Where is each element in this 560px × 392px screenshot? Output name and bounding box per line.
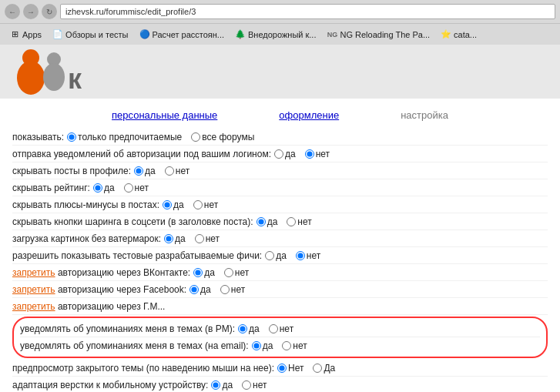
- radio-option: нет: [124, 183, 149, 193]
- logo-container: к: [9, 49, 109, 95]
- row-partial: запретить авторизацию через Г.М...: [12, 298, 548, 315]
- row-hide-posts: скрывать посты в профиле: да нет: [12, 162, 548, 179]
- logo-area: к: [0, 45, 560, 99]
- bookmarks-bar: ⊞ Apps 📄 Обзоры и тесты 🔵 Расчет расстоя…: [0, 23, 560, 45]
- radio-topic-no[interactable]: [277, 364, 287, 373]
- radio-option: нет: [242, 380, 267, 390]
- label-notify-email: уведомлять об упоминаниях меня в темах (…: [20, 340, 249, 351]
- refresh-button[interactable]: ↻: [42, 4, 57, 19]
- radio-option: да: [93, 183, 115, 193]
- radio-option: да: [274, 149, 296, 159]
- radio-notify-pm-yes[interactable]: [238, 324, 247, 333]
- radio-option: да: [164, 233, 186, 244]
- radio-fb-yes[interactable]: [189, 285, 199, 294]
- nav-bar: ← → ↻: [0, 0, 560, 23]
- bookmark-reviews[interactable]: 📄 Обзоры и тесты: [48, 28, 132, 42]
- address-bar[interactable]: [60, 4, 555, 19]
- svg-text:к: к: [68, 63, 82, 95]
- radio-test-yes[interactable]: [265, 251, 274, 260]
- settings-container: показывать: только предпочитаемые все фо…: [12, 129, 548, 392]
- circle-icon: 🔵: [139, 29, 150, 40]
- radio-option: да: [163, 199, 184, 210]
- radio-mobile-yes[interactable]: [211, 380, 220, 390]
- bookmark-apps[interactable]: ⊞ Apps: [5, 28, 46, 42]
- radio-watermark-no[interactable]: [195, 234, 204, 243]
- radio-option: Да: [313, 363, 335, 374]
- apps-grid-icon: ⊞: [9, 29, 20, 40]
- tree-icon: 🌲: [235, 29, 246, 40]
- radio-hide-posts-yes[interactable]: [134, 166, 143, 176]
- radio-test-features: да нет: [265, 250, 327, 261]
- radio-option: нет: [305, 149, 330, 159]
- radio-option: да: [211, 380, 233, 390]
- page-content: к персональные данные оформление настрой…: [0, 45, 560, 392]
- radio-test-no[interactable]: [296, 251, 305, 260]
- radio-notify-email-yes[interactable]: [252, 341, 261, 350]
- radio-hide-plusminus: да нет: [163, 199, 224, 210]
- site-logo: к: [9, 49, 109, 95]
- radio-sharing-yes[interactable]: [257, 217, 266, 226]
- radio-vk-no[interactable]: [224, 268, 233, 277]
- radio-option: Нет: [277, 363, 303, 374]
- radio-notify-auth-yes[interactable]: [274, 149, 283, 159]
- radio-option: нет: [224, 267, 249, 278]
- bookmark-reloading[interactable]: NG NG Reloading The Pa...: [322, 28, 434, 42]
- radio-vk-auth: да нет: [193, 267, 255, 278]
- row-show: показывать: только предпочитаемые все фо…: [12, 129, 548, 146]
- radio-all-forums[interactable]: [191, 132, 200, 142]
- label-partial-prefix[interactable]: запретить: [12, 301, 55, 312]
- radio-option: нет: [296, 250, 320, 261]
- radio-option: да: [189, 284, 211, 295]
- radio-notify-email-no[interactable]: [282, 341, 291, 350]
- radio-notify-auth-no[interactable]: [305, 149, 314, 159]
- radio-notify-pm-no[interactable]: [269, 324, 278, 333]
- label-vk-auth-prefix[interactable]: запретить: [12, 267, 55, 278]
- radio-option: все форумы: [191, 132, 254, 142]
- back-button[interactable]: ←: [5, 4, 20, 19]
- svg-point-1: [17, 61, 45, 95]
- bookmark-cata[interactable]: ⭐ cata...: [436, 28, 481, 42]
- radio-notify-email: да нет: [252, 340, 314, 351]
- radio-hide-rating-no[interactable]: [124, 183, 133, 193]
- radio-vk-yes[interactable]: [193, 268, 203, 277]
- radio-plusminus-yes[interactable]: [163, 200, 172, 209]
- row-notify-pm: уведомлять об упоминаниях меня в темах (…: [20, 320, 540, 337]
- bookmark-distance[interactable]: 🔵 Расчет расстоян...: [135, 28, 230, 42]
- bookmark-offroad[interactable]: 🌲 Внедорожный к...: [230, 28, 320, 42]
- label-watermark: загрузка картинок без ватермарок:: [12, 233, 161, 244]
- radio-notify-auth: да нет: [274, 149, 336, 159]
- forward-button[interactable]: →: [23, 4, 39, 19]
- doc-icon: 📄: [52, 29, 63, 40]
- radio-plusminus-no[interactable]: [193, 200, 203, 209]
- tab-personal[interactable]: персональные данные: [112, 109, 217, 121]
- radio-option: только предпочитаемые: [67, 132, 182, 142]
- radio-topic-yes[interactable]: [313, 364, 322, 373]
- main-content: персональные данные оформление настройка…: [0, 99, 560, 392]
- label-show: показывать:: [12, 132, 64, 142]
- tab-design[interactable]: оформление: [279, 109, 339, 121]
- label-test-features: разрешить показывать тестовые разрабатыв…: [12, 250, 262, 261]
- radio-option: да: [252, 340, 273, 351]
- label-fb-auth-prefix[interactable]: запретить: [12, 284, 55, 295]
- radio-option: да: [193, 267, 215, 278]
- label-vk-auth: авторизацию через ВКонтакте:: [55, 267, 191, 278]
- label-mobile: адаптация верстки к мобильному устройств…: [12, 380, 208, 390]
- svg-point-3: [43, 63, 65, 91]
- radio-hide-rating-yes[interactable]: [93, 183, 102, 193]
- label-hide-posts: скрывать посты в профиле:: [12, 166, 131, 176]
- radio-mobile-no[interactable]: [242, 380, 251, 390]
- label-partial: авторизацию через Г.М...: [55, 301, 166, 312]
- radio-sharing-no[interactable]: [287, 217, 296, 226]
- browser-chrome: ← → ↻ ⊞ Apps 📄 Обзоры и тесты 🔵 Расчет р…: [0, 0, 560, 45]
- radio-only-preferred[interactable]: [67, 132, 76, 142]
- label-fb-auth: авторизацию через Facebook:: [55, 284, 187, 295]
- radio-watermark-yes[interactable]: [164, 234, 173, 243]
- row-hide-plusminus: скрывать плюсы-минусы в постах: да нет: [12, 196, 548, 213]
- tab-settings[interactable]: настройка: [401, 109, 448, 121]
- row-notify-auth: отправка уведомлений об авторизации под …: [12, 146, 548, 162]
- row-test-features: разрешить показывать тестовые разрабатыв…: [12, 247, 548, 264]
- row-mobile: адаптация верстки к мобильному устройств…: [12, 377, 548, 392]
- radio-fb-no[interactable]: [220, 285, 230, 294]
- radio-notify-pm: да нет: [238, 323, 300, 334]
- radio-hide-posts-no[interactable]: [165, 166, 174, 176]
